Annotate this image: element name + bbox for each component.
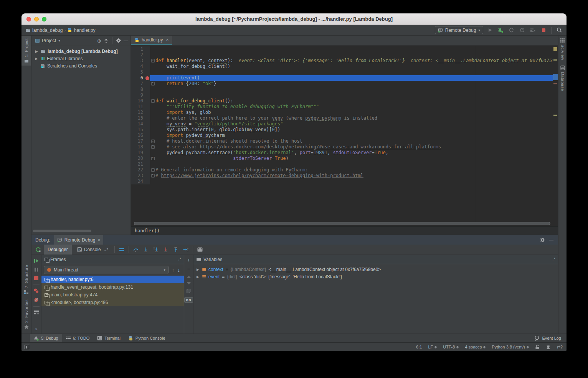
line-number[interactable]: 9 (131, 92, 145, 98)
warning-stripe-mark[interactable] (553, 59, 557, 61)
readonly-toggle[interactable] (535, 345, 540, 350)
code-line[interactable]: 3−def handler(event, context): event: <c… (131, 58, 553, 64)
fold-gutter[interactable] (150, 150, 155, 156)
gutter-breakpoint-area[interactable] (145, 46, 150, 52)
line-number[interactable]: 3 (131, 58, 145, 64)
line-number[interactable]: 18 (131, 144, 145, 150)
run-to-cursor-button[interactable] (182, 245, 190, 254)
gear-icon[interactable] (116, 38, 121, 43)
expand-arrow-icon[interactable]: ▶ (197, 275, 200, 279)
duplicate-watch-button[interactable] (187, 289, 191, 293)
line-body[interactable] (150, 179, 553, 184)
line-body[interactable] (150, 92, 553, 98)
fold-start-icon[interactable]: − (151, 168, 155, 172)
fold-start-icon[interactable]: − (151, 59, 155, 62)
error-stripe[interactable] (553, 46, 558, 222)
line-body[interactable]: print(event) (150, 75, 553, 81)
fold-end-icon[interactable]: ^ (151, 145, 155, 149)
mute-breakpoints-button[interactable] (33, 297, 39, 303)
show-watches-toggle[interactable]: oo (184, 297, 193, 303)
breakpoint-stripe-mark[interactable] (553, 83, 557, 84)
code-line[interactable]: 9 (131, 92, 553, 98)
code-line[interactable]: 16 import pydevd_pycharm (131, 133, 553, 138)
pause-button[interactable] (34, 267, 39, 272)
interpreter-widget[interactable]: Python 3.8 (venv) (492, 345, 529, 349)
remove-watch-button[interactable]: − (187, 267, 190, 271)
code-line[interactable]: 7^ return {200: "ok"} (131, 81, 553, 87)
line-number[interactable]: 8 (131, 87, 145, 92)
line-body[interactable]: −def handler(event, context): event: <cl… (150, 58, 553, 64)
zoom-window-button[interactable] (42, 17, 46, 21)
code-line[interactable]: 15 sys.path.insert(0, glob.glob(my_venv)… (131, 127, 553, 133)
fold-gutter[interactable] (150, 64, 155, 69)
sidebar-item-sciview[interactable]: SciView (558, 36, 567, 63)
fold-start-icon[interactable]: − (151, 99, 155, 103)
fold-gutter[interactable] (150, 115, 155, 121)
fold-gutter[interactable] (150, 133, 155, 138)
gutter-breakpoint-area[interactable] (145, 110, 150, 115)
gutter-breakpoint-area[interactable] (145, 121, 150, 127)
fold-gutter[interactable] (150, 46, 155, 52)
tab-debugger[interactable]: Debugger (44, 245, 72, 255)
line-number[interactable]: 24 (131, 179, 145, 184)
gutter-breakpoint-area[interactable] (145, 156, 150, 161)
code-line[interactable]: 8 (131, 87, 553, 92)
toolwindow-tab-debug[interactable]: 5: Debug (30, 334, 62, 342)
fold-gutter[interactable]: ^ (150, 81, 155, 87)
line-body[interactable] (150, 69, 553, 75)
expand-arrow-icon[interactable]: ▶ (197, 268, 200, 271)
debug-button[interactable] (496, 26, 505, 35)
code-line[interactable]: 22−# General information on remote debug… (131, 167, 553, 173)
view-breakpoints-button[interactable] (33, 288, 39, 294)
editor-horizontal-scrollbar[interactable] (134, 222, 550, 225)
line-body[interactable]: import sys, glob (150, 110, 553, 115)
line-number[interactable]: 17 (131, 138, 145, 144)
stop-button[interactable] (539, 26, 548, 35)
show-execution-point-button[interactable] (117, 245, 126, 254)
project-horizontal-scrollbar[interactable] (33, 230, 91, 232)
line-number[interactable]: 5 (131, 69, 145, 75)
toolwindow-tab-todo[interactable]: 6: TODO (62, 334, 94, 342)
event-log-button[interactable]: Event Log (534, 334, 567, 342)
evaluate-expression-button[interactable] (196, 245, 204, 254)
chevron-down-icon[interactable]: ▾ (58, 39, 60, 43)
toolwindow-tab-terminal[interactable]: Terminal (93, 334, 124, 342)
rerun-button[interactable] (34, 245, 42, 254)
code-line[interactable]: 6 print(event) (131, 75, 553, 81)
gutter-breakpoint-area[interactable] (145, 98, 150, 104)
move-watch-down-button[interactable] (187, 282, 191, 284)
profiler-button[interactable] (518, 26, 526, 35)
tree-item-external-libraries[interactable]: ▶ External Libraries (31, 55, 130, 62)
line-number[interactable]: 2 (131, 52, 145, 58)
fold-gutter[interactable] (150, 179, 155, 184)
debug-session-tab[interactable]: Remote Debug × (54, 235, 104, 245)
fold-start-icon[interactable]: − (151, 140, 155, 143)
collapse-all-button[interactable] (104, 38, 109, 43)
line-body[interactable]: my_venv = "venv/lib/python*/site-package… (150, 121, 553, 127)
hide-panel-button[interactable]: — (124, 38, 128, 43)
line-number[interactable]: 22 (131, 167, 145, 173)
locate-file-button[interactable]: ⊕ (97, 38, 101, 44)
close-window-button[interactable] (26, 17, 31, 21)
breadcrumb-project[interactable]: lambda_debug (25, 28, 63, 33)
code-line[interactable]: 19 pydevd_pycharm.settrace('host.docker.… (131, 150, 553, 156)
code-line[interactable]: 21 (131, 161, 553, 167)
caret-stripe-mark[interactable] (553, 74, 558, 80)
variable-row[interactable]: ▶context = {LambdaContext} <__main__.Lam… (193, 266, 558, 273)
fold-gutter[interactable] (150, 69, 155, 75)
frame-row[interactable]: handle_event_request, bootstrap.py:131 (41, 283, 184, 291)
fold-gutter[interactable] (150, 52, 155, 58)
gutter-breakpoint-area[interactable] (145, 144, 150, 150)
gutter-breakpoint-area[interactable] (145, 127, 150, 133)
restore-layout-button[interactable] (34, 310, 39, 315)
fold-gutter[interactable]: − (150, 98, 155, 104)
code-line[interactable]: 23^# https://www.jetbrains.com/help/pych… (131, 173, 553, 179)
fold-gutter[interactable] (150, 110, 155, 115)
thread-select[interactable]: MainThread ▾ (44, 266, 169, 274)
fold-gutter[interactable] (150, 121, 155, 127)
fold-gutter[interactable]: ^ (150, 144, 155, 150)
search-everywhere-button[interactable] (555, 26, 563, 35)
next-frame-button[interactable]: ↓ (178, 267, 180, 273)
expand-arrow-icon[interactable]: ▶ (35, 57, 38, 61)
line-body[interactable] (150, 52, 553, 58)
